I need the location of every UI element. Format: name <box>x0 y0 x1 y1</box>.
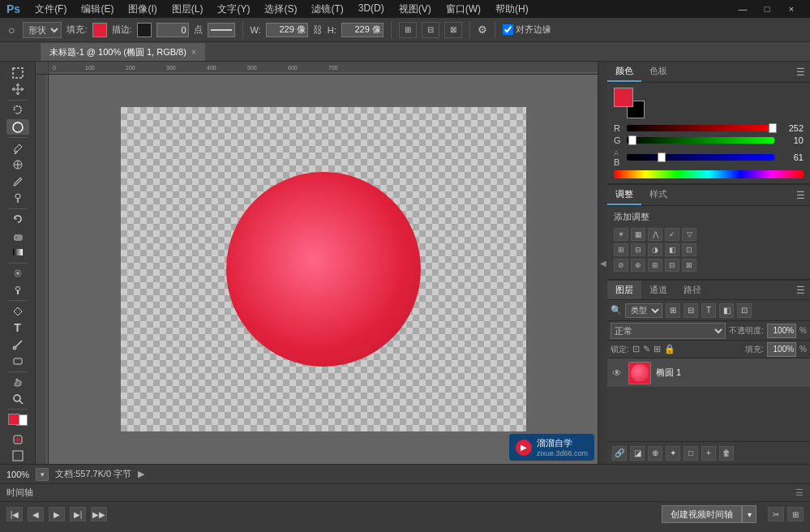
g-slider-track[interactable] <box>627 137 774 144</box>
menu-3d[interactable]: 3D(D) <box>352 1 391 18</box>
tool-eraser[interactable] <box>6 228 29 243</box>
tool-brush[interactable] <box>6 174 29 189</box>
menu-view[interactable]: 视图(V) <box>392 1 438 18</box>
align-edges-checkbox[interactable] <box>503 24 513 35</box>
adj-vibrance-icon[interactable]: ▽ <box>682 228 696 241</box>
layer-filter-shape-btn[interactable]: ◧ <box>719 303 734 318</box>
layers-type-select[interactable]: 类型 <box>625 303 662 318</box>
tool-quick-mask[interactable] <box>6 431 29 447</box>
tab-styles[interactable]: 样式 <box>641 185 675 205</box>
tool-gradient[interactable] <box>6 244 29 260</box>
timeline-menu-btn[interactable]: ☰ <box>795 487 804 498</box>
doc-info-arrow[interactable]: ▶ <box>138 469 144 479</box>
layer-filter-text-btn[interactable]: T <box>701 303 716 318</box>
tool-healing-brush[interactable] <box>6 157 29 173</box>
height-input[interactable] <box>341 23 384 37</box>
add-adjustment-btn[interactable]: ⊕ <box>648 446 662 461</box>
stroke-style-select[interactable] <box>208 23 235 37</box>
adj-levels-icon[interactable]: ▦ <box>631 228 645 241</box>
tool-history-brush[interactable] <box>6 212 29 227</box>
tool-hand[interactable] <box>6 374 29 389</box>
b-slider-track[interactable] <box>627 154 774 161</box>
tab-paths[interactable]: 路径 <box>675 281 709 299</box>
blend-mode-select[interactable]: 正常 <box>611 323 726 339</box>
add-style-btn[interactable]: ✦ <box>666 446 680 461</box>
tl-last-frame-btn[interactable]: ▶▶ <box>91 507 107 521</box>
tool-text[interactable]: T <box>6 320 29 335</box>
stroke-size-input[interactable] <box>156 23 189 37</box>
adj-photo-icon[interactable]: ◧ <box>665 243 679 256</box>
zoom-options-btn[interactable]: ▾ <box>36 468 49 481</box>
menu-text[interactable]: 文字(Y) <box>211 1 256 18</box>
path-ops-button[interactable]: ⊞ <box>399 22 417 38</box>
tl-scissors-btn[interactable]: ✂ <box>768 507 784 521</box>
fg-color-swatch[interactable] <box>614 88 633 107</box>
menu-help[interactable]: 帮助(H) <box>489 1 535 18</box>
tab-swatches[interactable]: 色板 <box>641 62 675 82</box>
adj-threshold-icon[interactable]: ⊞ <box>648 259 662 272</box>
adj-exposure-icon[interactable]: ✓ <box>665 228 679 241</box>
tool-lasso[interactable] <box>6 103 29 118</box>
adj-selective-icon[interactable]: ⊠ <box>682 259 696 272</box>
path-align-button[interactable]: ⊟ <box>422 22 439 38</box>
adj-hsl-icon[interactable]: ⊞ <box>614 243 628 256</box>
adj-bw-icon[interactable]: ◑ <box>648 243 662 256</box>
tl-create-video-btn[interactable]: 创建视频时间轴 <box>662 505 742 523</box>
menu-select[interactable]: 选择(S) <box>258 1 303 18</box>
menu-file[interactable]: 文件(F) <box>28 1 73 18</box>
opacity-input[interactable] <box>767 324 796 338</box>
tool-screen-mode[interactable] <box>6 448 29 464</box>
tab-layers[interactable]: 图层 <box>607 281 641 299</box>
new-layer-btn[interactable]: + <box>701 446 716 461</box>
color-panel-menu[interactable]: ☰ <box>791 66 810 78</box>
tool-pen[interactable] <box>6 303 29 319</box>
r-slider-track[interactable] <box>627 125 774 131</box>
adj-invert-icon[interactable]: ⊘ <box>614 259 628 272</box>
tl-play-btn[interactable]: ▶ <box>49 507 65 521</box>
tl-create-dropdown-btn[interactable]: ▾ <box>742 505 756 523</box>
add-mask-btn[interactable]: ◪ <box>630 446 645 461</box>
align-edges-checkbox-label[interactable]: 对齐边缘 <box>503 24 551 36</box>
tool-move[interactable] <box>6 81 29 97</box>
lock-pixels-btn[interactable]: ✎ <box>643 344 650 354</box>
layer-filter-smart-btn[interactable]: ⊡ <box>737 303 752 318</box>
link-icon[interactable]: ⛓ <box>313 24 323 36</box>
tool-zoom[interactable] <box>6 391 29 406</box>
color-picker[interactable] <box>6 412 29 427</box>
gear-icon[interactable]: ⚙ <box>478 24 487 36</box>
canvas-area[interactable]: ▶ 溜溜自学 zixue.3d66.com <box>49 75 598 464</box>
tab-close-button[interactable]: × <box>191 48 196 57</box>
fill-color-swatch[interactable] <box>92 23 107 37</box>
minimize-button[interactable]: — <box>731 0 755 18</box>
adj-brightness-icon[interactable]: ☀ <box>614 228 628 241</box>
menu-image[interactable]: 图像(I) <box>122 1 163 18</box>
adj-posterize-icon[interactable]: ⊕ <box>631 259 645 272</box>
menu-filter[interactable]: 滤镜(T) <box>305 1 349 18</box>
tab-color[interactable]: 颜色 <box>607 62 641 82</box>
panel-collapse-tab[interactable]: ◀ <box>598 62 607 464</box>
tool-rectangular-marquee[interactable] <box>6 65 29 80</box>
maximize-button[interactable]: □ <box>755 0 779 18</box>
layers-panel-menu[interactable]: ☰ <box>791 285 810 296</box>
tl-first-frame-btn[interactable]: |◀ <box>6 507 23 521</box>
menu-window[interactable]: 窗口(W) <box>439 1 487 18</box>
adj-curves-icon[interactable]: ⋀ <box>648 228 662 241</box>
fill-input[interactable] <box>767 342 796 357</box>
tool-eyedropper[interactable] <box>6 140 29 156</box>
layer-visibility-toggle[interactable]: 👁 <box>612 367 624 379</box>
tab-adjustments[interactable]: 调整 <box>607 185 641 205</box>
adj-colorbal-icon[interactable]: ⊟ <box>631 243 645 256</box>
tl-next-frame-btn[interactable]: ▶| <box>70 507 86 521</box>
adj-channel-icon[interactable]: ⊡ <box>682 243 696 256</box>
shape-type-select[interactable]: 形状 路径 像素 <box>23 22 62 38</box>
tool-path-selection[interactable] <box>6 337 29 352</box>
layer-filter-pixel-btn[interactable]: ⊞ <box>666 303 680 318</box>
tool-dodge[interactable] <box>6 282 29 298</box>
new-group-btn[interactable]: □ <box>684 446 698 461</box>
close-button[interactable]: × <box>779 0 804 18</box>
menu-edit[interactable]: 编辑(E) <box>75 1 120 18</box>
tl-prev-frame-btn[interactable]: ◀ <box>28 507 44 521</box>
stroke-color-swatch[interactable] <box>137 23 152 37</box>
adjustments-panel-menu[interactable]: ☰ <box>791 190 810 201</box>
lock-position-btn[interactable]: ⊞ <box>654 344 661 354</box>
